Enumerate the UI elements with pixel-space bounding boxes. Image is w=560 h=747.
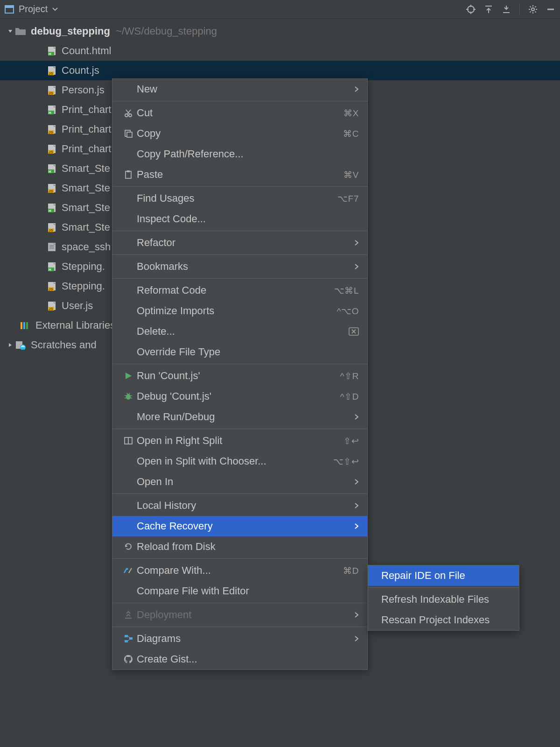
- menu-item[interactable]: Open in Right Split⇧↩: [112, 430, 367, 451]
- menu-item[interactable]: Paste⌘V: [112, 164, 367, 185]
- menu-separator: [112, 101, 367, 101]
- reload-icon: [121, 542, 136, 551]
- menu-item[interactable]: Delete...: [112, 321, 367, 342]
- js-file-icon: JS: [47, 222, 57, 233]
- menu-item[interactable]: Compare With...⌘D: [112, 560, 367, 581]
- menu-item[interactable]: Run 'Count.js'^⇧R: [112, 366, 367, 386]
- menu-item[interactable]: Override File Type: [112, 342, 367, 362]
- menu-item[interactable]: Open in Split with Chooser...⌥⇧↩: [112, 451, 367, 472]
- menu-item[interactable]: Copy Path/Reference...: [112, 144, 367, 164]
- svg-text:H: H: [49, 169, 51, 174]
- cut-icon: [121, 108, 136, 118]
- menu-label: Deployment: [136, 609, 350, 621]
- collapse-all-icon[interactable]: [502, 5, 511, 14]
- menu-item[interactable]: Copy⌘C: [112, 123, 367, 144]
- chevron-right-icon: [354, 414, 359, 420]
- menu-item[interactable]: Bookmarks: [112, 256, 367, 277]
- menu-label: Inspect Code...: [136, 213, 359, 225]
- menu-item[interactable]: Cache Recovery: [112, 516, 367, 536]
- menu-label: New: [136, 83, 350, 95]
- svg-text:JS: JS: [49, 287, 53, 291]
- file-label: Smart_Ste: [62, 182, 110, 194]
- project-root[interactable]: debug_stepping~/WS/debug_stepping: [0, 21, 560, 41]
- menu-separator: [112, 254, 367, 255]
- menu-item[interactable]: Compare File with Editor: [112, 581, 367, 601]
- chevron-right-icon: [354, 263, 359, 270]
- project-selector[interactable]: Project: [5, 4, 58, 14]
- menu-shortcut: ⇧↩: [343, 436, 359, 446]
- menu-label: Copy: [136, 127, 343, 140]
- submenu-item[interactable]: Repair IDE on File: [368, 565, 519, 586]
- menu-label: Compare File with Editor: [136, 585, 359, 597]
- menu-separator: [112, 231, 367, 231]
- menu-shortcut: ⌥F7: [337, 193, 359, 204]
- paste-icon: [121, 170, 136, 179]
- svg-point-2: [468, 6, 474, 13]
- chevron-down-icon: [52, 7, 58, 11]
- svg-text:JS: JS: [49, 307, 53, 311]
- svg-rect-104: [125, 640, 128, 642]
- menu-item[interactable]: Debug 'Count.js'^⇧D: [112, 386, 367, 407]
- minimize-icon[interactable]: [546, 5, 555, 14]
- chevron-right-icon: [354, 635, 359, 642]
- file-item[interactable]: JSCount.js: [0, 61, 560, 80]
- file-label: Smart_Ste: [62, 202, 110, 214]
- menu-item[interactable]: Optimize Imports^⌥O: [112, 301, 367, 321]
- svg-rect-103: [125, 635, 128, 637]
- menu-item[interactable]: Create Gist...: [112, 649, 367, 669]
- svg-rect-1: [5, 6, 14, 8]
- menu-item[interactable]: Find Usages⌥F7: [112, 188, 367, 209]
- menu-item[interactable]: Open In: [112, 472, 367, 492]
- menu-item[interactable]: Diagrams: [112, 628, 367, 649]
- menu-item[interactable]: New: [112, 79, 367, 99]
- menu-item[interactable]: Inspect Code...: [112, 209, 367, 229]
- submenu-item[interactable]: Refresh Indexable Files: [368, 589, 519, 610]
- submenu-label: Refresh Indexable Files: [377, 593, 511, 606]
- menu-shortcut: ⌘C: [343, 128, 359, 139]
- menu-shortcut: ⌥⌘L: [334, 285, 359, 296]
- gear-icon[interactable]: [528, 5, 538, 14]
- menu-item[interactable]: Refactor: [112, 233, 367, 253]
- svg-line-95: [130, 395, 132, 396]
- file-label: Print_chart: [62, 104, 111, 116]
- menu-item[interactable]: Reload from Disk: [112, 536, 367, 557]
- target-icon[interactable]: [466, 5, 476, 14]
- menu-separator: [112, 493, 367, 494]
- file-item[interactable]: HCount.html: [0, 41, 560, 61]
- expand-all-icon[interactable]: [484, 5, 493, 14]
- chevron-right-icon: [354, 240, 359, 246]
- diagram-icon: [121, 634, 136, 643]
- menu-label: Reload from Disk: [136, 541, 359, 553]
- js-file-icon: JS: [47, 144, 57, 154]
- svg-line-96: [125, 398, 126, 398]
- compare-icon: [121, 566, 136, 575]
- html-file-icon: H: [47, 163, 57, 174]
- menu-label: Run 'Count.js': [136, 370, 340, 382]
- menu-shortcut: ⌘V: [343, 169, 359, 180]
- file-label: Stepping.: [62, 261, 105, 273]
- html-file-icon: H: [47, 105, 57, 115]
- submenu-label: Rescan Project Indexes: [377, 614, 511, 626]
- menu-item[interactable]: More Run/Debug: [112, 407, 367, 427]
- html-file-icon: H: [47, 203, 57, 213]
- menu-separator: [368, 587, 519, 588]
- svg-rect-80: [26, 322, 28, 329]
- menu-separator: [112, 186, 367, 187]
- svg-rect-78: [21, 322, 22, 329]
- menu-item[interactable]: Cut⌘X: [112, 103, 367, 123]
- menu-label: Optimize Imports: [136, 305, 337, 317]
- menu-label: Cut: [136, 107, 343, 119]
- svg-text:H: H: [49, 111, 51, 115]
- svg-line-19: [535, 6, 536, 7]
- svg-line-18: [530, 11, 531, 12]
- menu-item[interactable]: Reformat Code⌥⌘L: [112, 280, 367, 301]
- menu-label: Refactor: [136, 237, 350, 249]
- project-title: Project: [19, 4, 48, 14]
- menu-label: Create Gist...: [136, 653, 359, 665]
- submenu-item[interactable]: Rescan Project Indexes: [368, 610, 519, 630]
- menu-shortcut: ^⇧R: [340, 371, 359, 381]
- menu-shortcut: ⌥⇧↩: [333, 456, 359, 467]
- file-label: Print_chart: [62, 123, 111, 135]
- txt-file-icon: [47, 242, 57, 252]
- menu-item[interactable]: Local History: [112, 495, 367, 516]
